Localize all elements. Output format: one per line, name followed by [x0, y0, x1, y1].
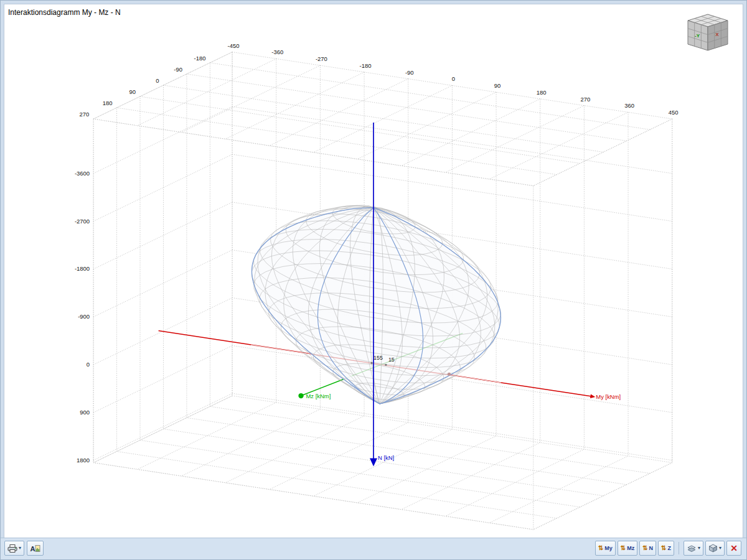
- svg-text:-900: -900: [78, 313, 90, 320]
- interaction-diagram-3d[interactable]: 270180900-90-180-450-360-270-180-9009018…: [4, 4, 743, 538]
- svg-text:-360: -360: [271, 49, 283, 55]
- svg-text:A: A: [31, 545, 35, 553]
- axis-updown-arrow-icon: ⇅: [598, 545, 603, 551]
- svg-text:Mz [kNm]: Mz [kNm]: [306, 393, 331, 399]
- layers-dropdown-chevron-icon[interactable]: ▾: [698, 546, 700, 551]
- red-x-button[interactable]: ✕: [726, 541, 741, 556]
- svg-text:-180: -180: [360, 62, 372, 69]
- diagram-viewport[interactable]: Interaktionsdiagramm My - Mz - N 2701809…: [4, 4, 743, 538]
- bottom-toolbar: ▾ A ⇅ My ⇅ Mz ⇅ N: [1, 538, 746, 559]
- svg-text:180: 180: [103, 100, 113, 106]
- view-along-my-button[interactable]: ⇅ My: [595, 541, 616, 556]
- svg-text:-2700: -2700: [75, 218, 90, 225]
- svg-text:-1800: -1800: [75, 265, 90, 272]
- svg-text:X: X: [715, 32, 719, 37]
- print-button[interactable]: ▾: [4, 541, 24, 556]
- svg-text:155: 155: [374, 355, 383, 361]
- axis-updown-arrow-icon: ⇅: [621, 545, 626, 551]
- svg-text:0: 0: [87, 361, 90, 368]
- view-along-n-button[interactable]: ⇅ N: [639, 541, 656, 556]
- svg-text:-450: -450: [228, 42, 240, 49]
- label-icon: A: [30, 544, 40, 553]
- axis-updown-arrow-icon: ⇅: [661, 545, 666, 551]
- toolbar-separator: [679, 542, 679, 554]
- svg-text:-270: -270: [316, 55, 327, 62]
- view-button-label: Z: [667, 546, 671, 551]
- svg-text:270: 270: [581, 96, 591, 103]
- axis-updown-arrow-icon: ⇅: [642, 545, 647, 551]
- diagram-title: Interaktionsdiagramm My - Mz - N: [8, 8, 121, 17]
- svg-text:90: 90: [129, 88, 136, 95]
- svg-text:900: 900: [80, 409, 90, 416]
- navigation-cube[interactable]: -YX: [682, 12, 734, 59]
- svg-text:N [kN]: N [kN]: [378, 454, 394, 461]
- svg-text:-90: -90: [174, 66, 182, 73]
- svg-text:My [kNm]: My [kNm]: [596, 393, 621, 400]
- svg-text:90: 90: [494, 82, 501, 89]
- cube-icon: [708, 544, 718, 553]
- svg-text:0: 0: [156, 77, 159, 84]
- svg-text:450: 450: [669, 109, 679, 116]
- view-button-label: My: [604, 546, 613, 551]
- toolbar-left-group: ▾ A: [4, 541, 44, 556]
- svg-text:1800: 1800: [77, 457, 90, 464]
- view-along-z-button[interactable]: ⇅ Z: [658, 541, 674, 556]
- red-x-icon: ✕: [730, 544, 738, 553]
- svg-text:-Y: -Y: [695, 33, 700, 39]
- layers-button[interactable]: ▾: [684, 541, 703, 556]
- svg-text:270: 270: [79, 111, 89, 118]
- toolbar-right-group: ⇅ My ⇅ Mz ⇅ N ⇅ Z ▾: [595, 541, 741, 556]
- annotation-settings-button[interactable]: A: [27, 541, 44, 556]
- view-along-mz-button[interactable]: ⇅ Mz: [618, 541, 637, 556]
- layers-icon: [687, 544, 697, 553]
- svg-text:-90: -90: [405, 69, 414, 76]
- print-dropdown-chevron-icon[interactable]: ▾: [19, 546, 21, 551]
- display-mode-button[interactable]: ▾: [705, 541, 725, 556]
- svg-text:360: 360: [624, 102, 634, 109]
- app-window: Interaktionsdiagramm My - Mz - N 2701809…: [0, 0, 747, 560]
- view-button-label: Mz: [627, 546, 634, 551]
- svg-text:-3600: -3600: [75, 170, 90, 177]
- svg-text:0: 0: [452, 75, 455, 82]
- svg-text:-180: -180: [194, 55, 206, 62]
- display-dropdown-chevron-icon[interactable]: ▾: [719, 546, 721, 551]
- view-button-label: N: [649, 546, 654, 551]
- svg-text:180: 180: [537, 89, 547, 96]
- svg-text:15: 15: [388, 357, 395, 363]
- printer-icon: [7, 544, 17, 553]
